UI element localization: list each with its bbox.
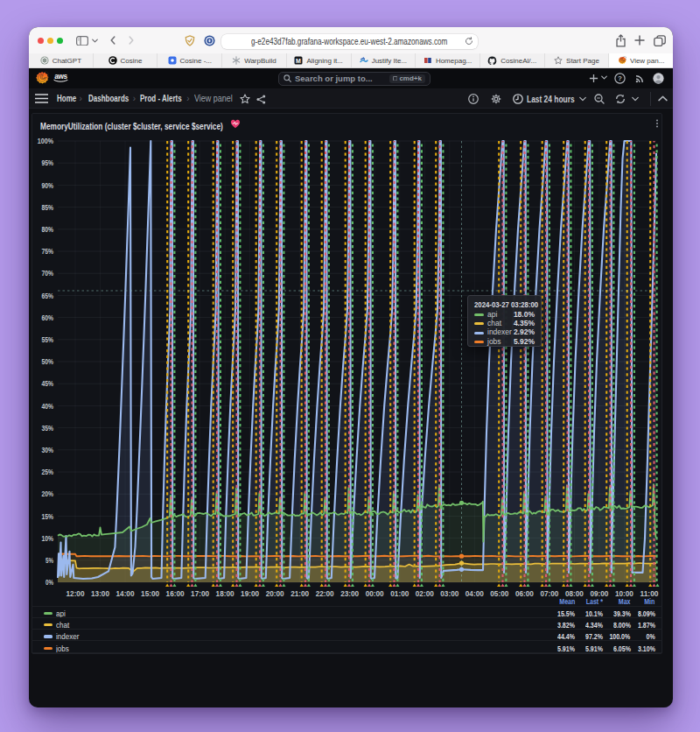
svg-text:0%: 0% [46, 578, 53, 587]
svg-text:20%: 20% [41, 489, 53, 498]
svg-text:19:00: 19:00 [241, 589, 259, 598]
svg-text:90%: 90% [41, 181, 53, 190]
svg-text:15%: 15% [41, 512, 53, 521]
svg-text:01:00: 01:00 [390, 589, 409, 598]
svg-text:5%: 5% [46, 556, 53, 565]
svg-text:02:00: 02:00 [416, 589, 434, 598]
svg-text:12:00: 12:00 [66, 589, 85, 598]
svg-text:15:00: 15:00 [141, 589, 159, 598]
svg-text:00:00: 00:00 [366, 589, 384, 598]
svg-text:05:00: 05:00 [490, 589, 508, 598]
svg-text:75%: 75% [41, 247, 53, 256]
svg-text:50%: 50% [41, 357, 53, 366]
svg-text:?: ? [618, 74, 622, 82]
svg-text:07:00: 07:00 [540, 589, 558, 598]
svg-text:40%: 40% [41, 402, 53, 411]
svg-text:aws: aws [54, 73, 67, 81]
svg-text:22:00: 22:00 [316, 589, 334, 598]
svg-text:45%: 45% [41, 379, 53, 388]
svg-text:85%: 85% [41, 203, 53, 212]
svg-text:03:00: 03:00 [440, 589, 458, 598]
svg-text:100%: 100% [38, 137, 53, 145]
svg-text:23:00: 23:00 [340, 589, 359, 598]
svg-text:17:00: 17:00 [191, 589, 209, 598]
svg-text:10%: 10% [41, 534, 53, 543]
svg-text:20:00: 20:00 [266, 589, 284, 598]
svg-text:13:00: 13:00 [91, 589, 109, 598]
svg-text:14:00: 14:00 [116, 589, 135, 598]
svg-text:M: M [297, 58, 302, 64]
svg-text:95%: 95% [41, 158, 53, 167]
svg-text:30%: 30% [41, 446, 53, 454]
svg-text:21:00: 21:00 [290, 589, 309, 598]
svg-text:55%: 55% [41, 335, 53, 344]
svg-text:18:00: 18:00 [216, 589, 234, 598]
svg-text:16:00: 16:00 [166, 589, 185, 598]
svg-text:04:00: 04:00 [466, 589, 484, 598]
svg-text:60%: 60% [41, 313, 53, 322]
svg-text:25%: 25% [41, 468, 53, 476]
svg-text:80%: 80% [41, 225, 53, 234]
svg-text:70%: 70% [41, 269, 53, 278]
svg-text:06:00: 06:00 [515, 589, 534, 598]
svg-text:35%: 35% [41, 424, 53, 433]
svg-text:65%: 65% [41, 292, 53, 300]
